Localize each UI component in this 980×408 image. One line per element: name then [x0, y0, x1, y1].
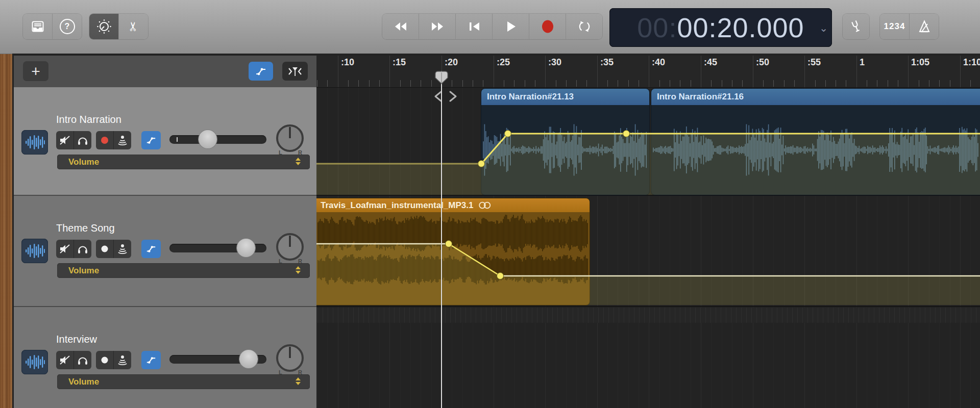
- volume-slider[interactable]: [169, 135, 266, 144]
- cycle-handle-chevrons-icon[interactable]: [431, 90, 460, 103]
- count-in-button[interactable]: 1234: [880, 14, 910, 39]
- playhead-handle-icon[interactable]: [435, 70, 448, 85]
- record-enable-button[interactable]: [96, 131, 114, 149]
- beat-tick: [328, 308, 328, 323]
- record-enable-icon: [99, 243, 110, 254]
- automation-curve[interactable]: [316, 196, 980, 305]
- automation-node[interactable]: [497, 273, 504, 279]
- automation-node[interactable]: [446, 241, 452, 247]
- automation-parameter-dropdown[interactable]: Volume: [57, 374, 310, 389]
- add-track-button[interactable]: +: [23, 61, 48, 81]
- smart-controls-button[interactable]: [89, 14, 119, 39]
- solo-button[interactable]: [74, 240, 91, 258]
- ruler-gridline: [494, 56, 494, 87]
- ruler-gridline: [338, 56, 338, 87]
- record-enable-button[interactable]: [96, 240, 114, 258]
- input-monitoring-button[interactable]: [114, 240, 131, 258]
- ruler-gridline: [856, 56, 857, 87]
- ruler-tick: [421, 80, 421, 87]
- ruler-label: :30: [548, 57, 561, 68]
- beat-tick: [721, 308, 721, 323]
- track-header-interview[interactable]: Interview LR Volume: [14, 307, 316, 408]
- mute-button[interactable]: [56, 131, 74, 149]
- ruler-tick: [722, 80, 722, 87]
- automation-node[interactable]: [478, 161, 485, 167]
- lcd-display[interactable]: 00:00:20.000 ⌄: [609, 8, 832, 47]
- track-automation-button[interactable]: [141, 351, 161, 369]
- play-button[interactable]: [493, 14, 529, 39]
- automation-parameter-dropdown[interactable]: Volume: [57, 263, 310, 278]
- editors-button[interactable]: ✂: [119, 14, 148, 39]
- track-automation-button[interactable]: [141, 240, 161, 258]
- track-automation-button[interactable]: [141, 131, 161, 149]
- library-button[interactable]: [23, 14, 53, 39]
- beat-tick: [920, 308, 920, 323]
- automation-node[interactable]: [623, 131, 630, 137]
- ruler-tick: [317, 80, 317, 87]
- ruler-tick: [348, 80, 349, 87]
- beat-tick: [420, 308, 420, 323]
- rewind-button[interactable]: [382, 14, 419, 39]
- beat-tick: [603, 308, 604, 323]
- track-name[interactable]: Theme Song: [56, 222, 115, 234]
- pan-knob-icon: LR: [275, 344, 305, 375]
- lcd-mode-chevron-icon[interactable]: ⌄: [819, 26, 828, 31]
- pan-knob[interactable]: LR: [275, 124, 305, 156]
- audio-waveform-icon: [24, 243, 45, 259]
- beat-tick: [414, 308, 415, 323]
- ruler-tick: [950, 80, 950, 87]
- pan-knob[interactable]: LR: [275, 344, 305, 375]
- mute-button[interactable]: [56, 351, 74, 369]
- beat-tick: [864, 308, 864, 323]
- ruler-tick: [358, 80, 359, 87]
- pan-knob[interactable]: LR: [275, 233, 305, 264]
- ruler-tick: [919, 80, 919, 87]
- catch-playhead-button[interactable]: [282, 62, 308, 81]
- pane-toolbar: +: [14, 56, 316, 88]
- beat-tick: [425, 308, 425, 323]
- volume-slider-thumb[interactable]: [199, 130, 217, 148]
- beat-tick: [833, 308, 834, 323]
- beat-tick: [409, 308, 410, 323]
- beat-tick: [767, 308, 767, 323]
- track-header-theme-song[interactable]: Theme Song LR Volume: [14, 196, 316, 307]
- beat-tick: [440, 308, 440, 323]
- time-ruler[interactable]: :10:15:20:25:30:35:40:45:50:5511:051:10: [316, 56, 980, 88]
- track-name[interactable]: Intro Narration: [56, 114, 121, 125]
- automation-node[interactable]: [505, 131, 511, 137]
- solo-button[interactable]: [74, 351, 91, 369]
- cycle-button[interactable]: [566, 14, 602, 39]
- record-button[interactable]: [529, 14, 566, 39]
- solo-button[interactable]: [74, 131, 91, 149]
- track-icon[interactable]: [21, 130, 48, 155]
- mute-button[interactable]: [56, 240, 74, 258]
- input-monitoring-button[interactable]: [114, 351, 131, 369]
- track-icon[interactable]: [21, 350, 48, 374]
- tuner-button[interactable]: [843, 14, 869, 39]
- volume-slider-thumb[interactable]: [239, 350, 258, 368]
- go-to-beginning-button[interactable]: [456, 14, 493, 39]
- forward-button[interactable]: [419, 14, 456, 39]
- automation-parameter-dropdown[interactable]: Volume: [57, 155, 310, 169]
- updown-arrows-icon: [296, 158, 301, 165]
- automation-curve[interactable]: [316, 87, 980, 195]
- show-automation-button[interactable]: [249, 62, 273, 81]
- beat-tick: [629, 308, 629, 323]
- volume-slider[interactable]: [169, 355, 266, 364]
- track-header-intro-narration[interactable]: Intro Narration LR Volume: [14, 87, 316, 196]
- beat-tick: [578, 308, 578, 323]
- playhead[interactable]: [441, 71, 442, 408]
- volume-slider[interactable]: [169, 244, 266, 252]
- track-name[interactable]: Interview: [56, 334, 97, 345]
- input-monitoring-button[interactable]: [114, 131, 131, 149]
- quick-help-button[interactable]: ?: [53, 14, 82, 39]
- beat-tick: [317, 308, 318, 323]
- volume-slider-thumb[interactable]: [237, 239, 255, 257]
- ruler-gridline: [649, 56, 649, 87]
- metronome-button[interactable]: [910, 14, 939, 39]
- automation-parameter-label: Volume: [68, 157, 99, 167]
- record-enable-button[interactable]: [96, 351, 114, 369]
- track-icon[interactable]: [21, 239, 48, 263]
- beat-tick: [741, 308, 742, 323]
- beat-tick: [828, 308, 828, 323]
